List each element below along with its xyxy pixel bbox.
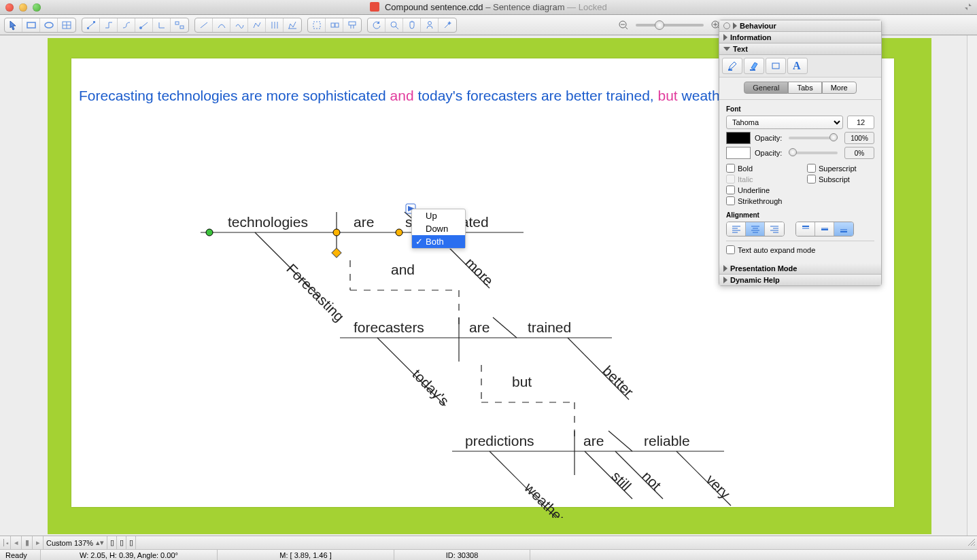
line-tool-1[interactable] xyxy=(195,18,213,32)
conn-tool-5[interactable] xyxy=(153,18,171,32)
vertical-scrollbar[interactable] xyxy=(967,35,977,536)
text-font-icon[interactable]: A xyxy=(787,58,808,74)
svg-rect-6 xyxy=(93,21,95,23)
conn-tool-2[interactable] xyxy=(100,18,118,32)
wand-tool[interactable] xyxy=(439,18,456,32)
refresh-tool[interactable] xyxy=(368,18,385,32)
conn-tool-3[interactable] xyxy=(118,18,135,32)
fill-color-swatch[interactable] xyxy=(726,147,751,159)
ellipse-tool[interactable] xyxy=(40,18,58,32)
status-id: ID: 30308 xyxy=(394,550,530,560)
italic-checkbox[interactable]: Italic xyxy=(726,175,793,183)
align-left-button[interactable] xyxy=(727,222,746,236)
underline-checkbox[interactable]: Underline xyxy=(726,186,793,194)
status-ready: Ready xyxy=(0,550,41,560)
zoom-window-button[interactable] xyxy=(33,3,41,12)
magnify-tool[interactable] xyxy=(385,18,403,32)
conn-tool-4[interactable] xyxy=(135,18,153,32)
rect-tool[interactable] xyxy=(22,18,40,32)
person-tool[interactable] xyxy=(421,18,439,32)
svg-text:forecasters: forecasters xyxy=(354,319,424,335)
ctx-item-both[interactable]: Both xyxy=(412,235,465,248)
svg-text:today's: today's xyxy=(409,366,452,409)
title-corner-icon[interactable] xyxy=(963,2,973,12)
page-current: ▮ xyxy=(22,536,33,549)
svg-text:more: more xyxy=(462,255,496,289)
zoom-select[interactable]: Custom 137% ▴▾ xyxy=(44,536,107,549)
tab-tabs[interactable]: Tabs xyxy=(788,82,821,94)
svg-text:weather: weather xyxy=(521,479,568,518)
text-opacity-slider[interactable] xyxy=(789,137,838,139)
smart-tool-2[interactable] xyxy=(326,18,343,32)
section-text[interactable]: Text xyxy=(719,43,881,55)
valign-bottom-button[interactable] xyxy=(834,222,853,236)
ctx-item-down[interactable]: Down xyxy=(412,222,465,235)
text-highlight-icon[interactable] xyxy=(744,58,764,74)
zoom-out-icon[interactable] xyxy=(618,20,629,31)
layout-mode-icons[interactable]: ▯▯▯ xyxy=(107,536,136,549)
tool-group-line xyxy=(194,18,302,33)
tab-more[interactable]: More xyxy=(822,82,857,94)
line-tool-6[interactable] xyxy=(284,18,301,32)
section-behaviour[interactable]: Behaviour xyxy=(719,20,881,32)
status-dimensions: W: 2.05, H: 0.39, Angle: 0.00° xyxy=(41,550,218,560)
superscript-checkbox[interactable]: Superscript xyxy=(807,164,874,173)
strike-checkbox[interactable]: Strikethrough xyxy=(726,196,793,205)
bold-checkbox[interactable]: Bold xyxy=(726,164,793,173)
opacity-label-2: Opacity: xyxy=(755,149,782,157)
zoom-slider[interactable] xyxy=(636,24,704,27)
subscript-checkbox[interactable]: Subscript xyxy=(807,175,874,183)
page-prev-button[interactable]: ◂ xyxy=(11,536,22,549)
tool-group-connect xyxy=(82,18,189,33)
pointer-tool[interactable] xyxy=(5,18,22,32)
line-tool-3[interactable] xyxy=(230,18,248,32)
text-box-icon[interactable] xyxy=(766,58,786,74)
svg-text:A: A xyxy=(793,60,801,71)
minimize-window-button[interactable] xyxy=(19,3,27,12)
text-color-swatch[interactable] xyxy=(726,132,751,144)
line-tool-5[interactable] xyxy=(266,18,284,32)
svg-text:trained: trained xyxy=(528,319,571,335)
svg-point-7 xyxy=(139,27,142,29)
section-presentation[interactable]: Presentation Mode xyxy=(719,263,881,275)
conn-tool-6[interactable] xyxy=(171,18,188,32)
sentence-diagram[interactable]: technologies are sophisticated Forecasti… xyxy=(68,137,748,518)
tool-group-nav xyxy=(367,18,457,33)
table-tool[interactable] xyxy=(58,18,75,32)
smart-tool-3[interactable] xyxy=(343,18,361,32)
fill-opacity-slider[interactable] xyxy=(789,152,838,154)
svg-text:but: but xyxy=(512,374,532,389)
line-tool-2[interactable] xyxy=(213,18,230,32)
auto-expand-checkbox[interactable]: Text auto expand mode xyxy=(726,245,874,254)
valign-middle-button[interactable] xyxy=(815,222,834,236)
text-pen-icon[interactable] xyxy=(722,58,742,74)
conn-tool-1[interactable] xyxy=(82,18,100,32)
close-window-button[interactable] xyxy=(5,3,14,12)
inspector-body: Font Tahoma Opacity: 100% Opacity: 0% Bo… xyxy=(719,100,881,263)
tab-general[interactable]: General xyxy=(744,82,788,94)
hand-tool[interactable] xyxy=(403,18,421,32)
svg-point-23 xyxy=(428,21,431,24)
resize-grip-icon[interactable] xyxy=(966,537,976,546)
svg-text:still: still xyxy=(609,468,634,494)
line-tool-4[interactable] xyxy=(248,18,266,32)
svg-rect-18 xyxy=(349,22,356,25)
section-dynhelp[interactable]: Dynamic Help xyxy=(719,275,881,285)
section-information[interactable]: Information xyxy=(719,32,881,43)
ctx-item-up[interactable]: Up xyxy=(412,209,465,222)
status-bar-lower: Ready W: 2.05, H: 0.39, Angle: 0.00° M: … xyxy=(0,549,977,560)
tool-group-smart xyxy=(307,18,362,33)
page-next-button[interactable]: ▸ xyxy=(33,536,44,549)
align-center-button[interactable] xyxy=(746,222,765,236)
font-family-select[interactable]: Tahoma xyxy=(726,116,843,129)
svg-rect-17 xyxy=(335,23,339,27)
align-right-button[interactable] xyxy=(765,222,784,236)
context-menu: Up Down Both xyxy=(411,209,466,249)
font-size-input[interactable] xyxy=(847,116,874,129)
valign-top-button[interactable] xyxy=(796,222,815,236)
smart-tool-1[interactable] xyxy=(308,18,326,32)
svg-text:and: and xyxy=(391,262,415,277)
page-first-button[interactable]: ⏐◂ xyxy=(0,536,11,549)
svg-text:are: are xyxy=(354,214,374,230)
font-label: Font xyxy=(726,105,874,113)
